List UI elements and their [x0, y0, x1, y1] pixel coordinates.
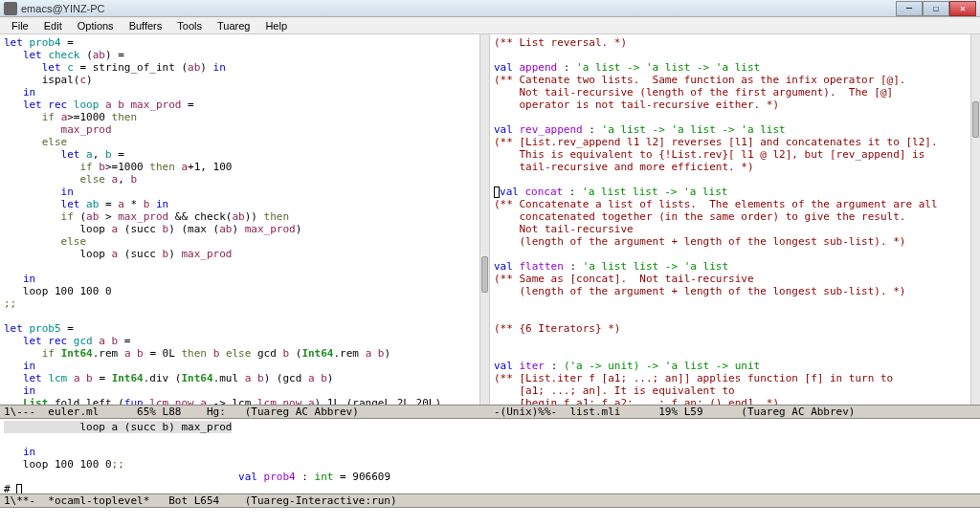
maximize-button[interactable]: ☐: [923, 1, 949, 16]
code-line: val flatten : 'a list list -> 'a list: [494, 260, 976, 273]
left-modeline[interactable]: 1\--- euler.ml 65% L88 Hg: (Tuareg AC Ab…: [0, 405, 490, 419]
code-line: loop a (succ b) max_prod: [4, 421, 976, 433]
code-line: (** Concatenate a list of lists. The ele…: [494, 198, 976, 210]
code-line: [494, 248, 976, 260]
close-button[interactable]: ✕: [949, 1, 976, 16]
menu-help[interactable]: Help: [257, 20, 295, 32]
code-line: [4, 260, 485, 273]
code-line: [a1; ...; an]. It is equivalent to: [494, 384, 976, 397]
menu-options[interactable]: Options: [70, 20, 122, 32]
code-line: let c = string_of_int (ab) in: [4, 61, 485, 74]
code-line: in: [4, 186, 485, 198]
code-line: (** {6 Iterators} *): [494, 322, 976, 335]
scrollbar[interactable]: [479, 34, 489, 405]
editor-area: let prob4 = let check (ab) = let c = str…: [0, 34, 980, 508]
code-line: val iter : ('a -> unit) -> 'a list -> un…: [494, 360, 976, 372]
window-title: emacs@YINZ-PC: [21, 3, 896, 14]
code-line: loop a (succ b) max_prod: [4, 248, 485, 260]
code-line: concatenated together (in the same order…: [494, 210, 976, 223]
code-line: else: [4, 235, 485, 248]
bottom-modeline[interactable]: 1\**- *ocaml-toplevel* Bot L654 (Tuareg-…: [0, 493, 980, 508]
code-line: loop 100 100 0;;: [4, 458, 976, 471]
menu-file[interactable]: File: [4, 20, 36, 32]
menu-tools[interactable]: Tools: [169, 20, 210, 32]
code-line: List.fold_left (fun lcm_now a -> lcm lcm…: [4, 397, 485, 405]
minibuffer[interactable]: [0, 508, 980, 522]
code-line: [begin f a1; f a2; ...; f an; () end]. *…: [494, 397, 976, 405]
code-line: [4, 310, 485, 322]
left-buffer-pane[interactable]: let prob4 = let check (ab) = let c = str…: [0, 34, 490, 405]
code-line: ispal(c): [4, 74, 485, 86]
code-line: [4, 433, 976, 446]
code-line: in: [4, 446, 976, 458]
code-line: if b>=1000 then a+1, 100: [4, 161, 485, 173]
menu-buffers[interactable]: Buffers: [122, 20, 170, 32]
code-line: if a>=1000 then: [4, 111, 485, 123]
code-line: val append : 'a list -> 'a list -> 'a li…: [494, 61, 976, 74]
code-line: [494, 335, 976, 347]
bottom-code[interactable]: loop a (succ b) max_prod in loop 100 100…: [0, 419, 980, 493]
code-line: loop 100 100 0: [4, 285, 485, 297]
right-modeline[interactable]: -(Unix)%%- list.mli 19% L59 (Tuareg AC A…: [490, 405, 980, 419]
code-line: in: [4, 273, 485, 285]
code-line: if Int64.rem a b = 0L then b else gcd b …: [4, 347, 485, 360]
code-line: val rev_append : 'a list -> 'a list -> '…: [494, 123, 976, 136]
top-panes: let prob4 = let check (ab) = let c = str…: [0, 34, 980, 405]
code-line: val prob4 : int = 906609: [4, 471, 976, 483]
code-line: ;;: [4, 297, 485, 310]
code-line: in: [4, 86, 485, 99]
minimize-button[interactable]: ─: [896, 1, 923, 16]
code-line: (length of the argument + length of the …: [494, 285, 976, 297]
app-icon: [4, 2, 17, 15]
cursor: [16, 484, 22, 493]
code-line: let prob4 =: [4, 36, 485, 49]
code-line: in: [4, 384, 485, 397]
code-line: val concat : 'a list list -> 'a list: [494, 186, 976, 198]
menubar: FileEditOptionsBuffersToolsTuaregHelp: [0, 17, 980, 34]
code-line: max_prod: [4, 123, 485, 136]
modelines: 1\--- euler.ml 65% L88 Hg: (Tuareg AC Ab…: [0, 405, 980, 419]
code-line: Not tail-recursive (length of the first …: [494, 86, 976, 99]
bottom-buffer-pane[interactable]: loop a (succ b) max_prod in loop 100 100…: [0, 419, 980, 493]
code-line: (** List reversal. *): [494, 36, 976, 49]
code-line: let check (ab) =: [4, 49, 485, 61]
code-line: Not tail-recursive: [494, 223, 976, 235]
code-line: in: [4, 360, 485, 372]
right-code[interactable]: (** List reversal. *) val append : 'a li…: [490, 34, 980, 405]
code-line: This is equivalent to {!List.rev}[ l1 @ …: [494, 148, 976, 161]
code-line: [494, 347, 976, 360]
code-line: else a, b: [4, 173, 485, 186]
code-line: [494, 297, 976, 310]
right-buffer-pane[interactable]: (** List reversal. *) val append : 'a li…: [490, 34, 980, 405]
scrollbar[interactable]: [970, 34, 980, 405]
code-line: (** [List.iter f [a1; ...; an]] applies …: [494, 372, 976, 384]
titlebar: emacs@YINZ-PC ─ ☐ ✕: [0, 0, 980, 17]
left-code[interactable]: let prob4 = let check (ab) = let c = str…: [0, 34, 489, 405]
code-line: (** Catenate two lists. Same function as…: [494, 74, 976, 86]
code-line: (length of the argument + length of the …: [494, 235, 976, 248]
code-line: loop a (succ b) (max (ab) max_prod): [4, 223, 485, 235]
code-line: [494, 111, 976, 123]
code-line: else: [4, 136, 485, 148]
code-line: if (ab > max_prod && check(ab)) then: [4, 210, 485, 223]
code-line: [494, 310, 976, 322]
window-controls: ─ ☐ ✕: [896, 1, 976, 16]
code-line: let rec loop a b max_prod =: [4, 99, 485, 111]
code-line: [494, 173, 976, 186]
code-line: let rec gcd a b =: [4, 335, 485, 347]
code-line: (** Same as [concat]. Not tail-recursive: [494, 273, 976, 285]
menu-tuareg[interactable]: Tuareg: [210, 20, 257, 32]
code-line: [494, 49, 976, 61]
code-line: let lcm a b = Int64.div (Int64.mul a b) …: [4, 372, 485, 384]
code-line: let prob5 =: [4, 322, 485, 335]
menu-edit[interactable]: Edit: [36, 20, 70, 32]
code-line: let ab = a * b in: [4, 198, 485, 210]
code-line: (** [List.rev_append l1 l2] reverses [l1…: [494, 136, 976, 148]
code-line: let a, b =: [4, 148, 485, 161]
code-line: tail-recursive and more efficient. *): [494, 161, 976, 173]
code-line: #: [4, 483, 976, 493]
code-line: operator is not tail-recursive either. *…: [494, 99, 976, 111]
